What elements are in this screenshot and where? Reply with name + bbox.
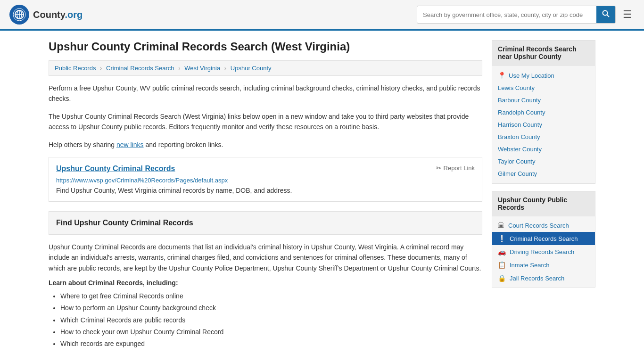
nearby-county-2[interactable]: Randolph County xyxy=(492,106,595,118)
nearby-section: Criminal Records Search near Upshur Coun… xyxy=(492,40,595,184)
search-button[interactable] xyxy=(596,6,615,23)
nearby-county-3[interactable]: Harrison County xyxy=(492,118,595,131)
svg-point-5 xyxy=(603,11,608,16)
learn-list: Where to get free Criminal Records onlin… xyxy=(49,290,482,350)
learn-item-4: How to check your own Upshur County Crim… xyxy=(60,326,482,338)
breadcrumb-criminal-records[interactable]: Criminal Records Search xyxy=(106,65,174,72)
learn-item-1: Where to get free Criminal Records onlin… xyxy=(60,290,482,302)
public-records-section: Upshur County Public Records 🏛 Court Rec… xyxy=(492,191,595,288)
sidebar: Criminal Records Search near Upshur Coun… xyxy=(492,40,595,350)
description-2: The Upshur County Criminal Records Searc… xyxy=(49,111,482,132)
criminal-icon: ❕ xyxy=(498,235,506,242)
record-description: Find Upshur County, West Virginia crimin… xyxy=(56,187,475,194)
search-input[interactable] xyxy=(417,8,596,22)
record-card: Upshur County Criminal Records ✂ Report … xyxy=(49,157,482,202)
use-location-link[interactable]: Use My Location xyxy=(509,72,554,79)
nearby-county-7[interactable]: Gilmer County xyxy=(492,167,595,180)
report-icon: ✂ xyxy=(436,165,441,172)
logo-area: County.org xyxy=(9,5,83,25)
svg-line-6 xyxy=(607,15,610,17)
logo-text: County.org xyxy=(33,9,83,20)
description-1: Perform a free Upshur County, WV public … xyxy=(49,83,482,104)
breadcrumb-sep1: › xyxy=(100,65,102,72)
search-bar xyxy=(417,6,616,24)
nearby-county-5[interactable]: Webster County xyxy=(492,143,595,155)
description-3: Help others by sharing new links and rep… xyxy=(49,140,482,150)
nearby-county-6[interactable]: Taylor County xyxy=(492,155,595,167)
record-title-link[interactable]: Upshur County Criminal Records xyxy=(56,165,175,173)
learn-item-2: How to perform an Upshur County backgrou… xyxy=(60,302,482,314)
nearby-county-1[interactable]: Barbour County xyxy=(492,94,595,106)
record-url[interactable]: https://www.wvsp.gov/Criminal%20Records/… xyxy=(56,177,475,184)
breadcrumb-public-records[interactable]: Public Records xyxy=(55,65,96,72)
pub-link-1[interactable]: ❕ Criminal Records Search xyxy=(492,232,595,245)
page-title: Upshur County Criminal Records Search (W… xyxy=(49,40,482,53)
breadcrumb-west-virginia[interactable]: West Virginia xyxy=(184,65,220,72)
pub-link-2[interactable]: 🚗 Driving Records Search xyxy=(492,245,595,258)
breadcrumb-upshur-county[interactable]: Upshur County xyxy=(231,65,272,72)
record-card-header: Upshur County Criminal Records ✂ Report … xyxy=(56,165,475,173)
find-section-text: Upshur County Criminal Records are docum… xyxy=(49,242,482,273)
header-right: ☰ xyxy=(417,6,635,24)
learn-item-5: Which records are expunged xyxy=(60,338,482,350)
logo-icon xyxy=(9,5,29,25)
nearby-county-4[interactable]: Braxton County xyxy=(492,131,595,143)
location-icon: 📍 xyxy=(498,72,506,79)
nearby-county-0[interactable]: Lewis County xyxy=(492,82,595,94)
driving-icon: 🚗 xyxy=(498,248,506,255)
breadcrumb-sep3: › xyxy=(224,65,226,72)
breadcrumb: Public Records › Criminal Records Search… xyxy=(49,60,482,76)
learn-item-3: Which Criminal Records are public record… xyxy=(60,314,482,326)
report-link[interactable]: ✂ Report Link xyxy=(436,165,475,172)
court-icon: 🏛 xyxy=(498,222,504,229)
content-area: Upshur County Criminal Records Search (W… xyxy=(49,40,482,350)
page-header: County.org ☰ xyxy=(0,0,644,31)
new-links-link[interactable]: new links xyxy=(116,141,144,148)
public-records-list: 🏛 Court Records Search ❕ Criminal Record… xyxy=(492,216,595,287)
breadcrumb-sep2: › xyxy=(178,65,180,72)
main-container: Upshur County Criminal Records Search (W… xyxy=(39,31,605,359)
learn-heading: Learn about Criminal Records, including: xyxy=(49,279,482,287)
nearby-county-list: 📍 Use My Location Lewis County Barbour C… xyxy=(492,66,595,183)
use-location-item[interactable]: 📍 Use My Location xyxy=(492,69,595,82)
pub-link-0[interactable]: 🏛 Court Records Search xyxy=(492,219,595,232)
find-section: Find Upshur County Criminal Records xyxy=(49,211,482,235)
pub-link-3[interactable]: 📋 Inmate Search xyxy=(492,258,595,272)
public-records-header: Upshur County Public Records xyxy=(492,191,595,216)
pub-link-4[interactable]: 🔒 Jail Records Search xyxy=(492,272,595,285)
inmate-icon: 📋 xyxy=(498,261,506,269)
nearby-section-header: Criminal Records Search near Upshur Coun… xyxy=(492,41,595,66)
jail-icon: 🔒 xyxy=(498,274,506,282)
menu-button[interactable]: ☰ xyxy=(620,6,635,23)
find-heading: Find Upshur County Criminal Records xyxy=(56,219,475,227)
